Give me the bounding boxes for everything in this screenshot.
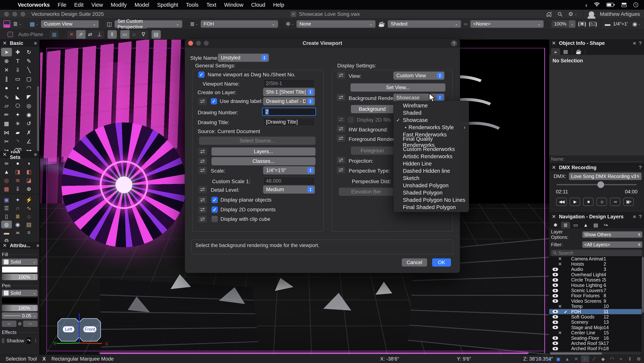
close-dialog-button[interactable]: [188, 41, 193, 46]
menu-spotlight[interactable]: Spotlight: [153, 2, 182, 8]
extrude-mode-button[interactable]: ▤: [152, 30, 161, 39]
class-icon[interactable]: ✲⌄: [286, 21, 294, 27]
visibility-x-icon[interactable]: ✕: [558, 304, 562, 309]
spiral-tool[interactable]: ◎: [24, 101, 34, 110]
dmx-timeline-slider[interactable]: [556, 184, 637, 185]
menu-item-shaded-polygon-no-lines[interactable]: Shaded Polygon No Lines: [394, 196, 469, 204]
preferences-icon[interactable]: [336, 166, 346, 174]
search-input[interactable]: [558, 250, 640, 256]
preferences-icon[interactable]: [336, 135, 346, 142]
menu-item-sketch[interactable]: Sketch: [394, 175, 469, 182]
drawing-number-input[interactable]: 2: [262, 108, 316, 116]
visibility-eye-icon[interactable]: [552, 273, 558, 276]
regular-polygon-tool[interactable]: ⎔: [12, 101, 23, 110]
flyover-tool[interactable]: ↻: [24, 48, 34, 56]
toolset-fastener[interactable]: ⌗: [24, 229, 34, 237]
plane-mode-button[interactable]: ▦: [50, 30, 59, 39]
current-view-dropdown[interactable]: Custom View⌄: [41, 20, 99, 28]
minimize-dialog-button[interactable]: [196, 41, 201, 46]
menu-text[interactable]: Text: [202, 2, 220, 8]
perspective-dropdown[interactable]: Set Custom Perspective...⌄: [114, 20, 182, 28]
settings-gear-icon[interactable]: ⚙: [635, 355, 643, 363]
classes-button[interactable]: Classes...: [212, 157, 316, 165]
torus-tool[interactable]: ∞: [1, 159, 12, 167]
layers-button[interactable]: Layers...: [212, 147, 316, 156]
hamburger-icon[interactable]: ≡: [633, 40, 636, 46]
stepper-icon[interactable]: ⋮: [34, 338, 38, 343]
unlink-icon[interactable]: ⊘: [18, 321, 22, 326]
menu-cloud[interactable]: Cloud: [247, 2, 269, 8]
scrollbar[interactable]: [642, 257, 644, 313]
mesh-tool[interactable]: ▩: [1, 185, 12, 193]
line-tool[interactable]: ╲: [24, 66, 34, 74]
visibility-x-icon[interactable]: ✕: [558, 330, 562, 336]
visibility-eye-icon[interactable]: [552, 284, 558, 287]
stop-button[interactable]: ■: [583, 198, 594, 206]
rectangle-tool[interactable]: ▭: [12, 75, 23, 83]
visibility-eye-icon[interactable]: [552, 326, 558, 329]
recent-documents-icon[interactable]: 🗎⌄: [13, 21, 22, 27]
duplicate-mode-button[interactable]: ⇄: [86, 30, 95, 39]
layer-row-scenic-louvers[interactable]: Scenic Louvers7: [549, 288, 642, 293]
visibility-eye-icon[interactable]: [552, 342, 558, 345]
display-planar-checkbox[interactable]: ✓: [212, 197, 218, 203]
layer-row-audio[interactable]: Audio3: [549, 267, 642, 272]
filter-dropdown[interactable]: <All Layers>⇅: [582, 241, 642, 248]
toolset-settings[interactable]: ⚙: [1, 237, 12, 242]
close-window-button[interactable]: [4, 12, 9, 16]
menu-help[interactable]: Help: [269, 2, 288, 8]
line-style-start-button[interactable]: —: [2, 321, 16, 327]
use-drawing-label-checkbox[interactable]: ✓: [211, 98, 217, 104]
layer-row-temp[interactable]: ✕Temp10: [549, 304, 642, 309]
search-icon[interactable]: [557, 11, 562, 17]
help-icon[interactable]: ?: [639, 40, 642, 46]
menu-item-unshaded-polygon[interactable]: Unshaded Polygon: [394, 182, 469, 189]
stepper-icon[interactable]: ⋮: [32, 306, 36, 311]
layer-row-arched-roof-fra-[interactable]: Arched Roof Fra...18: [549, 346, 642, 351]
pause-icon[interactable]: ‖: [626, 355, 634, 363]
view-pane-icon[interactable]: ▦⌄: [30, 21, 38, 27]
active-class-dropdown[interactable]: None⌄: [296, 20, 376, 28]
layer-row-overhead-lighti-[interactable]: Overhead Lighti...4: [549, 272, 642, 277]
tapered-extrude-tool[interactable]: ◧: [24, 168, 34, 176]
pan-tool[interactable]: ✚: [12, 48, 23, 56]
tab-shape[interactable]: ◒: [551, 48, 560, 55]
preferences-icon[interactable]: [336, 94, 346, 101]
rounded-rectangle-tool[interactable]: ▢: [24, 75, 34, 83]
close-icon[interactable]: ✕: [552, 40, 556, 46]
toolset-truss[interactable]: ☰: [1, 204, 12, 212]
hamburger-icon[interactable]: ≡: [36, 243, 39, 249]
layer-row-camera-animati-[interactable]: ✕Camera Animati...1: [549, 256, 642, 261]
zoom-window-button[interactable]: [20, 12, 25, 16]
visibility-eye-icon[interactable]: [552, 310, 558, 313]
object-snap-icon[interactable]: ◱: [545, 355, 554, 363]
layer-options-dropdown[interactable]: Show Others⇅: [582, 231, 642, 238]
active-layer-dropdown[interactable]: FOH⌄: [201, 20, 278, 28]
pen-style-dropdown[interactable]: Solid⌄: [2, 290, 38, 296]
minimize-window-button[interactable]: [12, 12, 17, 16]
select-source-button[interactable]: Select Source...: [199, 137, 316, 145]
layer-row-hoists[interactable]: ✕Hoists2: [549, 261, 642, 267]
render-mode-dropdown[interactable]: Shaded⌄: [388, 20, 461, 28]
ellipse-tool[interactable]: ◖: [12, 84, 23, 92]
extract-tool[interactable]: ◪: [24, 176, 34, 184]
preferences-icon[interactable]: [198, 196, 207, 204]
perspective-cube-icon[interactable]: ◫: [106, 21, 112, 27]
detail-level-dropdown[interactable]: Medium▲▼: [263, 185, 315, 194]
pen-color-bar[interactable]: [2, 298, 38, 304]
toolset-cable[interactable]: ∿: [24, 204, 34, 212]
circle-tool[interactable]: ●: [1, 84, 12, 92]
view-dropdown[interactable]: Custom View▲▼: [393, 71, 444, 80]
ruler-icon[interactable]: ▬: [605, 21, 610, 27]
layers-icon[interactable]: ≣⌄: [190, 21, 198, 27]
menu-view[interactable]: View: [88, 2, 107, 8]
chevron-left-icon[interactable]: ‹: [585, 1, 587, 8]
close-icon[interactable]: ✕: [552, 214, 556, 220]
menu-item-shaded-polygon[interactable]: Shaded Polygon: [394, 189, 469, 196]
hamburger-icon[interactable]: ≡: [34, 40, 37, 46]
clip-tool[interactable]: ✂: [1, 137, 12, 146]
move-mode-button[interactable]: ⇗: [76, 30, 86, 39]
background-settings-button[interactable]: Background: [351, 105, 394, 113]
preferences-icon[interactable]: [198, 148, 207, 155]
snap-x-icon[interactable]: ✕: [572, 355, 580, 363]
